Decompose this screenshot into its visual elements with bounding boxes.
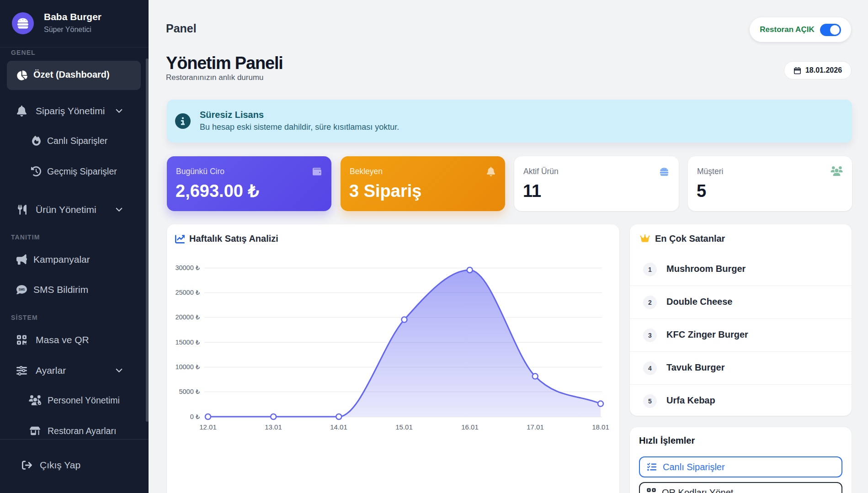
svg-text:15.01: 15.01 (395, 423, 413, 431)
svg-text:0 ₺: 0 ₺ (190, 413, 200, 420)
svg-text:30000 ₺: 30000 ₺ (175, 264, 200, 271)
svg-text:5000 ₺: 5000 ₺ (179, 388, 200, 395)
svg-text:17.01: 17.01 (527, 423, 544, 431)
svg-text:13.01: 13.01 (265, 423, 282, 431)
svg-text:25000 ₺: 25000 ₺ (175, 289, 200, 296)
svg-text:18.01: 18.01 (592, 423, 609, 431)
svg-text:20000 ₺: 20000 ₺ (175, 313, 200, 321)
svg-text:12.01: 12.01 (199, 423, 217, 431)
svg-text:14.01: 14.01 (330, 423, 347, 431)
svg-text:16.01: 16.01 (461, 423, 479, 431)
svg-text:15000 ₺: 15000 ₺ (175, 339, 200, 346)
svg-text:SMS: SMS (19, 288, 25, 291)
svg-text:10000 ₺: 10000 ₺ (175, 363, 200, 371)
